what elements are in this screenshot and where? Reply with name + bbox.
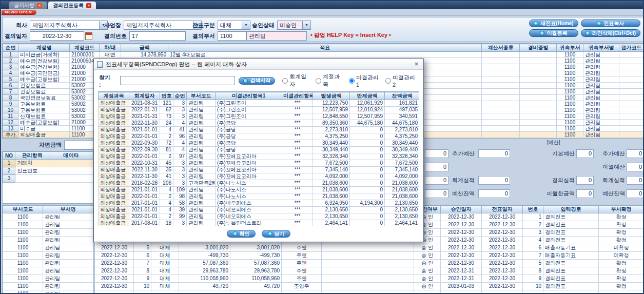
close-tab-icon[interactable]: × bbox=[86, 3, 91, 8]
cell: 1100 bbox=[3, 229, 43, 237]
cell: 97 bbox=[173, 153, 187, 160]
radio-open-item2[interactable] bbox=[385, 78, 391, 84]
cell: 0 bbox=[350, 187, 385, 193]
table-row[interactable]: 2022-12-3010대체49,72049,720조영우승 인2023-01-… bbox=[95, 283, 644, 290]
copy-voucher-button[interactable]: 전표복사 bbox=[581, 19, 640, 27]
find-input[interactable] bbox=[120, 76, 236, 85]
cell bbox=[619, 70, 644, 76]
table-row[interactable]: 2전표번호 bbox=[3, 167, 93, 175]
table-row[interactable] bbox=[95, 290, 644, 294]
table-row[interactable]: 외상매출금2021-01-014109관리팀(주)나노시스***21,038,6… bbox=[99, 187, 420, 193]
column-header: 경비증빙 bbox=[520, 44, 557, 52]
close-icon[interactable]: × bbox=[413, 61, 420, 68]
table-row[interactable]: 1100관리팀 bbox=[3, 213, 93, 221]
cell: 8 bbox=[523, 267, 543, 275]
approval-dept-code-field[interactable]: 1100 bbox=[218, 31, 246, 41]
table-row[interactable]: 외상매출금2018-02-282063고객만족2팀(JJ(주)나노시스***21… bbox=[99, 180, 420, 187]
table-row[interactable]: 외상매출금2022-09-30724관리팀(주)금당***30,349,4400… bbox=[99, 140, 420, 147]
cell: 2022-12-30 bbox=[95, 252, 134, 260]
cell bbox=[520, 101, 557, 107]
site-select[interactable]: 제일저지주식회사 ▼ bbox=[124, 21, 202, 30]
table-row[interactable]: 3 bbox=[3, 175, 93, 183]
table-row[interactable]: 외상매출금2022-01-01299관리팀(주)네오피에스***2,130,65… bbox=[99, 213, 420, 220]
menu-open-button[interactable]: MENU OPEN bbox=[2, 10, 36, 15]
cell: 2018-02-28 bbox=[129, 180, 160, 187]
delete-line-button[interactable]: 라인삭제(Ctrl+Del) bbox=[581, 29, 640, 37]
table-row[interactable]: 외상매출금2022-09-30814관리팀(주)금당***-30,349,440… bbox=[99, 147, 420, 153]
table-row[interactable]: 1100관리팀 bbox=[3, 229, 93, 237]
radio-account[interactable] bbox=[316, 78, 321, 84]
popup-titlebar[interactable]: 전표세부항목(SPNDCDPop) 팝업 -- 웹 페이지 대화 상자 × bbox=[94, 59, 423, 70]
table-row[interactable]: 외상매출금2017-08-01183관리팀(주)노블인더스트리***2,464,… bbox=[99, 220, 420, 227]
close-tab-icon[interactable]: × bbox=[37, 3, 42, 8]
table-row[interactable]: 1100관리팀 bbox=[3, 237, 93, 244]
table-row[interactable]: 외상매출금2021-08-311213관리팀(주)그린조이***12,223,7… bbox=[99, 100, 420, 107]
cell: (주)금당 bbox=[216, 120, 282, 127]
cell: 7 bbox=[523, 252, 543, 260]
table-row[interactable]: 2022-12-309대체110,058,960110,058,960주앤승 인… bbox=[95, 275, 644, 283]
table-row[interactable]: 1100관리팀 bbox=[3, 244, 93, 252]
tab-voucher-entry[interactable]: 결의전표등록 × bbox=[48, 2, 96, 9]
cell: 외상매출금 bbox=[99, 127, 129, 133]
table-row[interactable]: 2022-12-308대체29,963,78029,963,780주앤승 인20… bbox=[95, 267, 644, 275]
budget-label: 회계실적 bbox=[595, 177, 625, 184]
table-row[interactable]: 2022-12-307대체57,087,36057,087,360주앤승 인20… bbox=[95, 260, 644, 267]
column-header: NO bbox=[3, 152, 15, 160]
cell: 관리팀 bbox=[187, 133, 216, 140]
table-row[interactable]: 2022-12-305대체-3,001,020-3,001,020주앤승 인20… bbox=[95, 244, 644, 252]
table-row[interactable]: 외상매출금2022-11-30413관리팀(주)꼬메요코리아***4,092,0… bbox=[99, 173, 420, 180]
table-row[interactable]: 1100관리팀 bbox=[3, 252, 93, 260]
table-row[interactable]: 1100관리팀 bbox=[3, 221, 93, 229]
table-row[interactable]: 외상매출금2021-01-31733관리팀(주)그린조이***12,848,55… bbox=[99, 113, 420, 120]
cell: 45 bbox=[160, 160, 173, 167]
department-table: 부서코드부서명 1100관리팀1100관리팀1100관리팀1100관리팀1100… bbox=[3, 205, 93, 294]
cell: 예수금(고용보험) bbox=[18, 76, 70, 83]
chevron-down-icon[interactable]: ▼ bbox=[242, 21, 250, 29]
cell: 0 bbox=[350, 193, 385, 200]
table-row[interactable]: 2022-12-306대체-499,730-499,730주앤승 인2022-1… bbox=[95, 252, 644, 260]
table-row[interactable]: 외상매출금2021-01-01439관리팀(주)네오피에스***2,130,65… bbox=[99, 207, 420, 213]
table-row[interactable]: 1100관리팀 bbox=[3, 283, 93, 290]
cell bbox=[482, 126, 520, 132]
chevron-down-icon[interactable]: ▼ bbox=[302, 21, 310, 29]
table-row[interactable]: 1100관리팀 bbox=[3, 267, 93, 275]
table-row[interactable]: 1거래처 bbox=[3, 160, 93, 167]
tab-notice[interactable]: 공지사항 × bbox=[9, 2, 47, 9]
calendar-icon[interactable] bbox=[85, 32, 92, 40]
approve-state-value: 미승인 bbox=[278, 22, 302, 29]
radio-acct-date[interactable] bbox=[282, 78, 288, 84]
budget-value: 0 bbox=[627, 189, 644, 198]
table-row[interactable]: 외상매출금2022-11-30244관리팀(주)금당***89,350,3604… bbox=[99, 120, 420, 127]
close-button[interactable]: 닫기 bbox=[262, 230, 290, 238]
table-row[interactable]: 외상매출금2022-01-01297관리팀(주)꼬메요코리아***32,328,… bbox=[99, 153, 420, 160]
table-row[interactable]: 외상매출금2017-01-01458관리팀(주)네오피에스***6,324,95… bbox=[99, 200, 420, 207]
table-row[interactable]: 1100관리팀 bbox=[3, 275, 93, 283]
table-row[interactable]: 1100관리팀 bbox=[3, 260, 93, 267]
cell: -3,001,020 bbox=[230, 244, 282, 252]
budget-label: 이월한금액 bbox=[544, 190, 575, 198]
approve-state-select[interactable]: 미승인 ▼ bbox=[277, 21, 311, 30]
radio-open-item1[interactable] bbox=[349, 78, 355, 84]
cell: -499,730 bbox=[179, 252, 230, 260]
table-row[interactable]: 외상매출금2021-01-01441관리팀(주)금당***2,273,81002… bbox=[99, 127, 420, 133]
cell: 외상매출금 bbox=[18, 132, 70, 138]
budget-value: 0 bbox=[425, 189, 448, 198]
table-row[interactable]: 외상매출금2022-01-31623관리팀(주)그린조이***12,507,95… bbox=[99, 107, 420, 113]
cell: 관리팀 bbox=[583, 52, 619, 58]
slip-type-select[interactable]: 대체 ▼ bbox=[218, 21, 250, 30]
table-row[interactable]: 외상매출금2022-01-01296관리팀(주)금당***4,375,25004… bbox=[99, 133, 420, 140]
cell: 예수금(건강보험) bbox=[18, 58, 70, 64]
table-row[interactable]: 외상매출금2022-10-31453관리팀(주)꼬메요코리아***7,672,5… bbox=[99, 160, 420, 167]
table-row[interactable]: 1미지급금(거래처)21000301대변14,378,95012월 4대보험료1… bbox=[3, 52, 644, 58]
approval-no-field[interactable]: 17 bbox=[129, 31, 186, 41]
new-voucher-button[interactable]: 새전표(Home) bbox=[529, 19, 578, 27]
cell: 5 bbox=[134, 244, 151, 252]
table-row[interactable]: 1100관리팀 bbox=[3, 290, 93, 294]
table-row[interactable]: 외상매출금2022-11-30353관리팀(주)꼬메요코리아***7,345,1… bbox=[99, 167, 420, 173]
company-select[interactable]: 제일저지주식회사 ▼ bbox=[30, 21, 108, 30]
search-start-button[interactable]: 검색시작 bbox=[239, 77, 275, 85]
ok-button[interactable]: 확인 bbox=[227, 230, 256, 238]
approval-date-field[interactable]: 2022-12-30 bbox=[30, 31, 84, 41]
carryover-button[interactable]: 이월등록 bbox=[529, 29, 578, 37]
table-row[interactable]: 외상매출금2022-01-01298관리팀(주)나노시스***21,038,60… bbox=[99, 193, 420, 200]
